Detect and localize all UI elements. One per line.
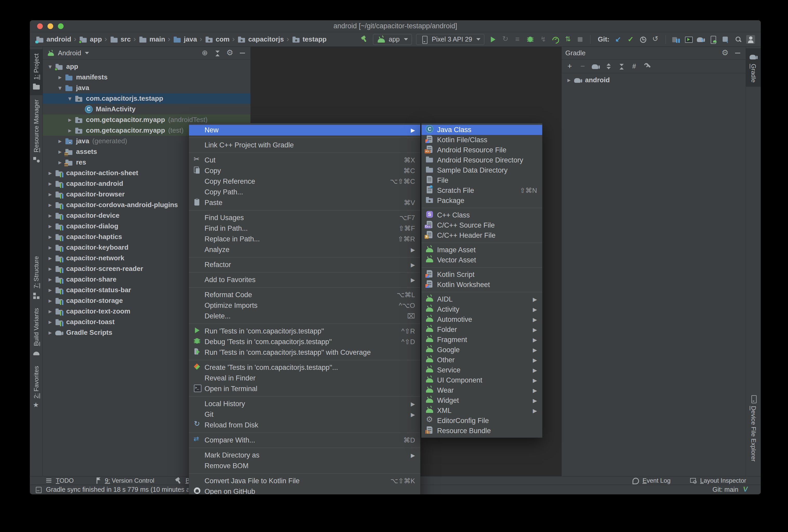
menu-item[interactable]: C++ Class xyxy=(421,210,542,220)
tool-window-tab-7-structure[interactable]: 7: Structure xyxy=(30,252,43,304)
menu-item[interactable]: Git▶ xyxy=(189,409,420,420)
menu-item[interactable]: Remove BOM xyxy=(189,461,420,471)
menu-item[interactable]: Paste⌘V xyxy=(189,197,420,208)
menu-item[interactable]: Kotlin File/Class xyxy=(421,135,542,145)
chevron-down-icon[interactable]: ▾ xyxy=(45,63,55,70)
tool-window-tab-build-variants[interactable]: Build Variants xyxy=(30,304,43,361)
chevron-right-icon[interactable]: ▸ xyxy=(45,308,55,315)
debug-icon[interactable] xyxy=(526,35,535,44)
breadcrumb-item[interactable]: app xyxy=(79,35,102,44)
menu-item[interactable]: Sample Data Directory xyxy=(421,165,542,175)
status-widget-layout-inspector[interactable]: Layout Inspector xyxy=(689,476,746,485)
tool-window-tab-gradle[interactable]: Gradle xyxy=(746,48,761,87)
status-widget-todo[interactable]: TODO xyxy=(44,476,74,485)
menu-item[interactable]: EditorConfig File xyxy=(421,416,542,426)
menu-item[interactable]: Copy Path... xyxy=(189,187,420,197)
breadcrumb-item[interactable]: com xyxy=(205,35,230,44)
menu-item[interactable]: Copy Reference⌥⇧⌘C xyxy=(189,176,420,187)
chevron-right-icon[interactable]: ▸ xyxy=(55,74,65,81)
menu-item[interactable]: Kotlin Worksheet xyxy=(421,280,542,290)
chevron-right-icon[interactable]: ▸ xyxy=(45,265,55,272)
menu-item[interactable]: Optimize Imports^⌥O xyxy=(189,300,420,311)
settings-icon[interactable] xyxy=(721,49,730,58)
menu-item[interactable]: Debug 'Tests in 'com.capacitorjs.testapp… xyxy=(189,337,420,347)
apply-changes-icon[interactable] xyxy=(501,35,510,44)
chevron-right-icon[interactable]: ▸ xyxy=(45,329,55,336)
commit-icon[interactable] xyxy=(626,35,635,44)
menu-item[interactable]: Widget▶ xyxy=(421,395,542,406)
menu-item[interactable]: Java Class xyxy=(421,125,542,135)
device-select[interactable]: Pixel 3 API 29 xyxy=(416,34,485,45)
chevron-right-icon[interactable]: ▸ xyxy=(45,255,55,261)
menu-item[interactable]: Reload from Disk xyxy=(189,420,420,431)
tree-item[interactable]: ▸android xyxy=(562,75,746,85)
menu-item[interactable]: Automotive▶ xyxy=(421,315,542,324)
hammer-icon[interactable] xyxy=(360,35,369,43)
menu-item[interactable]: Open in Terminal xyxy=(189,383,420,394)
menu-item[interactable]: Replace in Path...⇧⌘R xyxy=(189,234,420,244)
minus-icon[interactable] xyxy=(578,62,587,71)
menu-item[interactable]: Vector Asset xyxy=(421,255,542,265)
chevron-down-icon[interactable] xyxy=(85,52,89,54)
menu-item[interactable]: Fragment▶ xyxy=(421,335,542,345)
chevron-right-icon[interactable]: ▸ xyxy=(55,159,65,166)
menu-item[interactable]: Scratch File⇧⌘N xyxy=(421,185,542,196)
chevron-right-icon[interactable]: ▸ xyxy=(564,77,574,83)
gradle-icon[interactable] xyxy=(591,62,600,71)
chevron-right-icon[interactable]: ▸ xyxy=(45,212,55,219)
menu-item[interactable]: Mark Directory as▶ xyxy=(189,450,420,461)
project-view-selector[interactable]: Android xyxy=(58,49,81,57)
run-icon[interactable] xyxy=(489,35,497,44)
tree-item[interactable]: ▾app xyxy=(43,61,251,72)
settings-icon[interactable] xyxy=(225,49,234,58)
chevron-down-icon[interactable]: ▾ xyxy=(65,95,75,102)
menu-item[interactable]: Run 'Tests in 'com.capacitorjs.testapp''… xyxy=(189,326,420,337)
menu-item[interactable]: Image Asset xyxy=(421,245,542,255)
rollback-icon[interactable] xyxy=(651,35,660,44)
tree-item[interactable]: ▾com.capacitorjs.testapp xyxy=(43,93,251,104)
menu-item[interactable]: Link C++ Project with Gradle xyxy=(189,140,420,151)
menu-item[interactable]: Resource Bundle xyxy=(421,426,542,436)
chevron-right-icon[interactable]: ▸ xyxy=(45,244,55,251)
menu-item[interactable]: File xyxy=(421,175,542,185)
menu-item[interactable]: Add to Favorites▶ xyxy=(189,275,420,285)
menu-item[interactable]: Folder▶ xyxy=(421,324,542,335)
run-monitor-icon[interactable] xyxy=(684,35,693,44)
menu-item[interactable]: Reformat Code⌥⌘L xyxy=(189,290,420,300)
menu-item[interactable]: Service▶ xyxy=(421,365,542,375)
expand-all-icon[interactable] xyxy=(604,62,613,71)
minimize-icon[interactable] xyxy=(238,49,247,58)
breadcrumb-item[interactable]: android xyxy=(36,35,71,44)
run-task-icon[interactable] xyxy=(630,62,639,71)
menu-item[interactable]: Run 'Tests in 'com.capacitorjs.testapp''… xyxy=(189,347,420,358)
device-manager-icon[interactable] xyxy=(709,35,718,44)
git-branch-widget[interactable]: Git: main xyxy=(712,486,738,493)
attach-debugger-icon[interactable] xyxy=(538,35,547,44)
status-widget-event-log[interactable]: Event Log xyxy=(631,476,670,485)
profiler-icon[interactable] xyxy=(551,35,559,44)
chevron-right-icon[interactable]: ▸ xyxy=(55,138,65,144)
chevron-right-icon[interactable]: ▸ xyxy=(45,223,55,230)
chevron-right-icon[interactable]: ▸ xyxy=(45,297,55,304)
chevron-down-icon[interactable]: ▾ xyxy=(55,85,65,91)
menu-item[interactable]: Activity▶ xyxy=(421,304,542,315)
history-icon[interactable] xyxy=(638,35,647,44)
menu-item[interactable]: UI Component▶ xyxy=(421,375,542,386)
breadcrumb-item[interactable]: capacitorjs xyxy=(237,35,284,44)
chevron-right-icon[interactable]: ▸ xyxy=(65,127,75,134)
status-widget-9-version-control[interactable]: 9: Version Control xyxy=(94,476,154,485)
chevron-right-icon[interactable]: ▸ xyxy=(45,170,55,176)
chevron-right-icon[interactable]: ▸ xyxy=(45,234,55,240)
plus-icon[interactable] xyxy=(565,62,574,71)
menu-item[interactable]: Convert Java File to Kotlin File⌥⇧⌘K xyxy=(189,476,420,486)
tool-window-tab-device-file-explorer[interactable]: Device File Explorer xyxy=(746,390,761,466)
breadcrumb-item[interactable]: main xyxy=(139,35,165,44)
tree-item[interactable]: ▸manifests xyxy=(43,72,251,82)
search-icon[interactable] xyxy=(734,35,743,44)
collapse-all-icon[interactable] xyxy=(617,62,626,71)
menu-item[interactable]: Compare With...⌘D xyxy=(189,435,420,446)
run-config-select[interactable]: app xyxy=(373,34,412,45)
chevron-right-icon[interactable]: ▸ xyxy=(65,117,75,123)
menu-item[interactable]: C/C++ Source File xyxy=(421,220,542,231)
tool-window-tab-1-project[interactable]: 1: Project xyxy=(30,49,43,95)
